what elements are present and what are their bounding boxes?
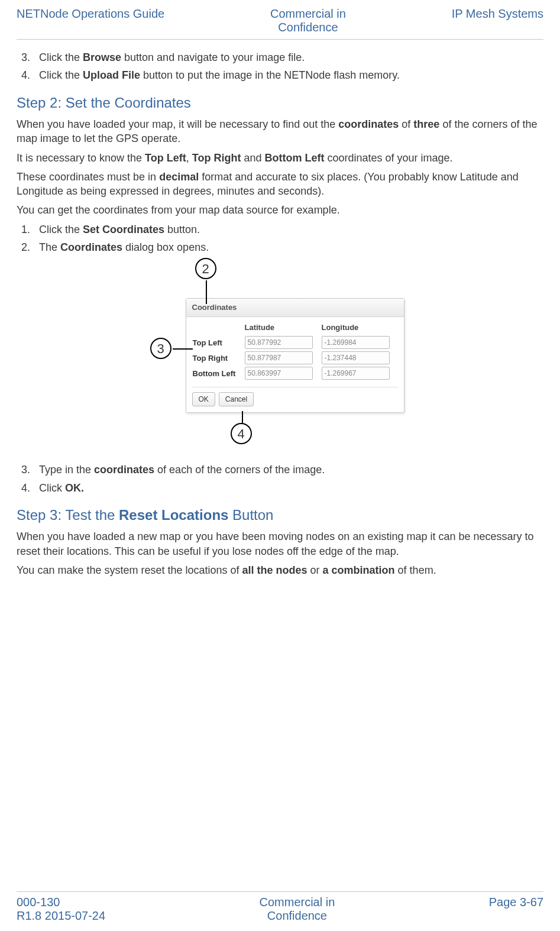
text: coordinates of your image. [324,152,452,164]
bottom-left-lon-input[interactable] [322,367,390,380]
bold: decimal [159,171,199,183]
list-item: The Coordinates dialog box opens. [33,240,543,254]
paragraph: These coordinates must be in decimal for… [17,170,543,199]
header-center-line2: Confidence [278,21,338,34]
bold: Browse [83,51,121,63]
bold: three [413,118,439,130]
row-top-left: Top Left [192,335,244,350]
paragraph: When you have loaded a new map or you ha… [17,529,543,558]
text: Confidence [267,909,327,922]
paragraph: You can make the system reset the locati… [17,563,543,577]
bold: Top Left [145,152,186,164]
dialog-title: Coordinates [186,299,404,317]
text: Step 3: Test the [17,507,119,523]
text: , [186,152,192,164]
text: Click the [39,51,83,63]
top-left-lat-input[interactable] [245,336,313,349]
top-right-lon-input[interactable] [322,351,390,364]
text: Click the [39,224,83,235]
text: dialog box opens. [122,241,209,253]
list-item: Click the Browse button and navigate to … [33,50,543,64]
text: Button [228,507,273,523]
bold: Bottom Left [264,152,324,164]
coordinates-dialog: Coordinates Latitude Longitude Top Left [186,298,404,413]
step2-list-cont: Type in the coordinates of each of the c… [17,463,543,495]
top-left-lon-input[interactable] [322,336,390,349]
intro-list: Click the Browse button and navigate to … [17,50,543,83]
dialog-button-row: OK Cancel [192,387,398,406]
text: It is necessary to know the [17,152,145,164]
paragraph: When you have loaded your map, it will b… [17,117,543,146]
cancel-button[interactable]: Cancel [219,392,254,406]
coordinates-dialog-figure: 2 3 4 Coordinates Latitude Longitude [17,258,543,459]
header-right: IP Mesh Systems [452,7,543,21]
col-longitude: Longitude [321,322,398,335]
bold: Set Coordinates [83,224,164,235]
footer-center: Commercial in Confidence [260,896,335,923]
top-right-lat-input[interactable] [245,351,313,364]
text: Click [39,482,65,494]
content: Click the Browse button and navigate to … [17,47,543,891]
callout-line [242,411,243,423]
page: NETNode Operations Guide Commercial in C… [0,0,560,931]
ok-button[interactable]: OK [192,392,215,406]
bold: Upload File [83,69,140,81]
bold: a combination [323,564,395,576]
text: When you have loaded your map, it will b… [17,118,338,130]
text: and [241,152,264,164]
header-rule [17,39,543,40]
list-item: Type in the coordinates of each of the c… [33,463,543,477]
figure-canvas: 2 3 4 Coordinates Latitude Longitude [150,258,410,459]
footer-revision: R1.8 2015-07-24 [17,909,105,922]
text: or [307,564,323,576]
bold: Reset Locations [119,507,228,523]
paragraph: It is necessary to know the Top Left, To… [17,151,543,165]
step2-heading: Step 2: Set the Coordinates [17,93,543,112]
page-header: NETNode Operations Guide Commercial in C… [17,0,543,34]
footer-rule [17,891,543,892]
bold: coordinates [94,464,154,476]
header-center: Commercial in Confidence [270,7,346,34]
text: Click the [39,69,83,81]
text: of them. [395,564,436,576]
text: of [399,118,413,130]
footer-doc-id: 000-130 [17,896,60,909]
col-latitude: Latitude [244,322,321,335]
callout-2: 2 [195,258,216,279]
footer-page-number: Page 3-67 [489,896,543,909]
list-item: Click the Upload File button to put the … [33,68,543,82]
coordinates-table: Latitude Longitude Top Left Top Right [192,322,398,382]
footer-row: 000-130 R1.8 2015-07-24 Commercial in Co… [17,896,543,931]
bold: all the nodes [242,564,307,576]
bold: coordinates [338,118,399,130]
text: button. [164,224,200,235]
footer-left: 000-130 R1.8 2015-07-24 [17,896,105,923]
text: You can make the system reset the locati… [17,564,242,576]
text: Commercial in [260,896,335,909]
text: The [39,241,60,253]
callout-line [206,280,207,304]
text: Type in the [39,464,94,476]
bold: Top Right [192,152,241,164]
row-bottom-left: Bottom Left [192,366,244,381]
header-center-line1: Commercial in [270,7,346,20]
text: button to put the image in the NETNode f… [140,69,400,81]
header-left: NETNode Operations Guide [17,7,164,21]
text: of each of the corners of the image. [154,464,325,476]
callout-3: 3 [150,338,171,359]
paragraph: You can get the coordinates from your ma… [17,203,543,217]
step2-list: Click the Set Coordinates button. The Co… [17,222,543,255]
bold: Coordinates [60,241,122,253]
dialog-body: Latitude Longitude Top Left Top Right [186,317,404,413]
list-item: Click OK. [33,481,543,495]
step3-heading: Step 3: Test the Reset Locations Button [17,506,543,525]
bottom-left-lat-input[interactable] [245,367,313,380]
callout-line [173,348,193,350]
row-top-right: Top Right [192,350,244,366]
text: button and navigate to your image file. [121,51,305,63]
list-item: Click the Set Coordinates button. [33,222,543,237]
text: These coordinates must be in [17,171,159,183]
page-footer: 000-130 R1.8 2015-07-24 Commercial in Co… [17,891,543,931]
bold: OK. [65,482,84,494]
callout-4: 4 [231,423,252,444]
